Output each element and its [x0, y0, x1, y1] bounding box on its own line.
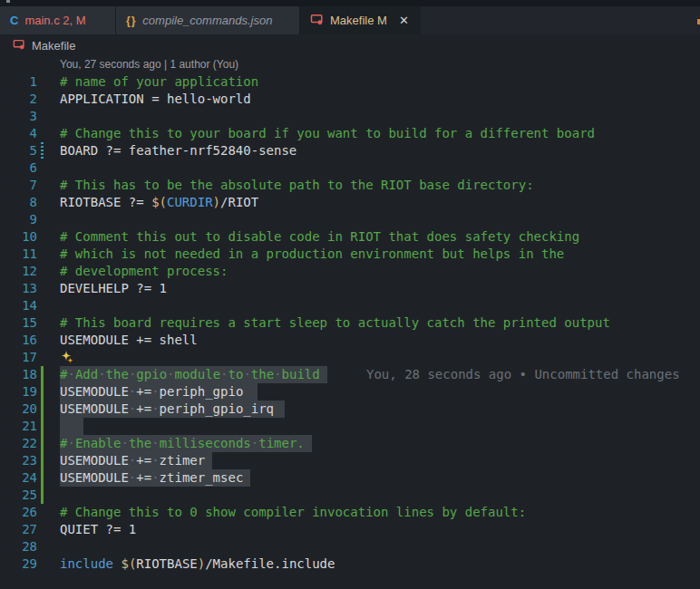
- line-number[interactable]: 2: [0, 91, 37, 108]
- code-line-24[interactable]: 24USEMODULE·+=·ztimer_msec: [0, 469, 700, 487]
- line-number[interactable]: 28: [0, 538, 37, 555]
- code-line-20[interactable]: 20USEMODULE·+=·periph_gpio_irq: [0, 401, 700, 418]
- code-text: # Change this to 0 show compiler invocat…: [60, 504, 526, 521]
- line-number[interactable]: 24: [0, 469, 37, 487]
- code-line-12[interactable]: 12# development process:: [0, 263, 700, 280]
- git-added-gutter-bar: [41, 401, 44, 418]
- line-number[interactable]: 13: [0, 280, 37, 297]
- code-line-29[interactable]: 29include $(RIOTBASE)/Makefile.include: [0, 555, 700, 573]
- editor-header: C main.c 2, M {} compile_commands.json: [0, 0, 700, 56]
- git-added-gutter-bar: [41, 366, 44, 383]
- line-number[interactable]: 1: [0, 73, 37, 91]
- code-line-13[interactable]: 13DEVELHELP ?= 1: [0, 280, 700, 297]
- tab-main-c[interactable]: C main.c 2, M: [0, 6, 116, 34]
- line-number[interactable]: 9: [0, 211, 37, 228]
- git-added-gutter-bar: [41, 487, 44, 504]
- tab-strip-empty-area: [421, 6, 700, 34]
- code-text: DEVELHELP ?= 1: [60, 280, 167, 297]
- line-number[interactable]: 29: [0, 555, 37, 573]
- code-line-19[interactable]: 19USEMODULE·+=·periph_gpio: [0, 383, 700, 401]
- code-text: USEMODULE·+=·periph_gpio: [60, 383, 258, 401]
- code-line-16[interactable]: 16USEMODULE += shell: [0, 332, 700, 349]
- makefile-icon: [13, 38, 25, 53]
- line-number[interactable]: 14: [0, 297, 37, 314]
- code-line-7[interactable]: 7# This has to be the absolute path to t…: [0, 177, 700, 194]
- line-number[interactable]: 27: [0, 521, 37, 538]
- line-number[interactable]: 15: [0, 314, 37, 332]
- line-number[interactable]: 5: [0, 142, 37, 159]
- code-text: # This has to be the absolute path to th…: [60, 177, 534, 194]
- line-number[interactable]: 20: [0, 401, 37, 418]
- code-text: # which is not needed in a production en…: [60, 246, 564, 263]
- git-added-gutter-bar: [41, 418, 44, 435]
- line-number[interactable]: 16: [0, 332, 37, 349]
- code-line-22[interactable]: 22#·Enable·the·milliseconds·timer.: [0, 435, 700, 452]
- code-text: QUIET ?= 1: [60, 521, 136, 538]
- line-number[interactable]: 4: [0, 125, 37, 142]
- line-number[interactable]: 25: [0, 487, 37, 504]
- codelens-blame-summary[interactable]: You, 27 seconds ago | 1 author (You): [0, 56, 700, 72]
- code-text: APPLICATION = hello-world: [60, 91, 251, 108]
- tab-label: Makefile M: [330, 14, 387, 27]
- line-number[interactable]: 22: [0, 435, 37, 452]
- breadcrumb[interactable]: Makefile: [0, 34, 700, 56]
- code-line-4[interactable]: 4# Change this to your board if you want…: [0, 125, 700, 142]
- code-text: # name of your application: [60, 73, 258, 91]
- line-number[interactable]: 23: [0, 452, 37, 469]
- top-edge-strip: [0, 0, 700, 6]
- line-number[interactable]: 6: [0, 159, 37, 177]
- code-text: # Change this to your board if you want …: [60, 125, 595, 142]
- tab-compile-commands-json[interactable]: {} compile_commands.json: [116, 6, 300, 34]
- code-line-18[interactable]: 18#·Add·the·gpio·module·to·the·buildYou,…: [0, 366, 700, 383]
- line-number[interactable]: 10: [0, 228, 37, 246]
- line-number[interactable]: 11: [0, 246, 37, 263]
- git-added-gutter-bar: [41, 383, 44, 401]
- gitlens-blame-annotation: You, 28 seconds ago • Uncommitted change…: [366, 366, 680, 383]
- line-number[interactable]: 26: [0, 504, 37, 521]
- code-line-9[interactable]: 9: [0, 211, 700, 228]
- line-number[interactable]: 8: [0, 194, 37, 211]
- code-text: USEMODULE·+=·ztimer_msec: [60, 469, 250, 487]
- code-line-25[interactable]: 25: [0, 487, 700, 504]
- code-text: include $(RIOTBASE)/Makefile.include: [60, 555, 335, 573]
- code-line-27[interactable]: 27QUIET ?= 1: [0, 521, 700, 538]
- line-number[interactable]: 19: [0, 383, 37, 401]
- tab-label: compile_commands.json: [142, 14, 272, 27]
- code-line-6[interactable]: 6: [0, 159, 700, 177]
- git-added-gutter-bar: [41, 435, 44, 452]
- code-line-3[interactable]: 3: [0, 108, 700, 125]
- line-number[interactable]: 12: [0, 263, 37, 280]
- editor[interactable]: 1# name of your application2APPLICATION …: [0, 73, 700, 573]
- line-number[interactable]: 17: [0, 349, 37, 366]
- makefile-icon: [310, 13, 324, 29]
- line-number[interactable]: 3: [0, 108, 37, 125]
- code-line-1[interactable]: 1# name of your application: [0, 73, 700, 91]
- tab-makefile[interactable]: Makefile M ✕: [300, 6, 421, 34]
- code-text: # Comment this out to disable code in RI…: [60, 228, 579, 246]
- code-line-21[interactable]: 21: [0, 418, 700, 435]
- code-text: # development process:: [60, 263, 228, 280]
- close-icon[interactable]: ✕: [397, 13, 411, 28]
- line-number[interactable]: 21: [0, 418, 37, 435]
- code-line-15[interactable]: 15# This board requires a start sleep to…: [0, 314, 700, 332]
- code-text: [60, 418, 83, 435]
- code-text: RIOTBASE ?= $(CURDIR)/RIOT: [60, 194, 258, 211]
- line-number[interactable]: 7: [0, 177, 37, 194]
- code-text: USEMODULE·+=·periph_gpio_irq: [60, 401, 285, 418]
- code-line-8[interactable]: 8RIOTBASE ?= $(CURDIR)/RIOT: [0, 194, 700, 211]
- code-line-26[interactable]: 26# Change this to 0 show compiler invoc…: [0, 504, 700, 521]
- code-line-28[interactable]: 28: [0, 538, 700, 555]
- code-line-14[interactable]: 14: [0, 297, 700, 314]
- json-braces-icon: {}: [126, 15, 136, 26]
- code-line-5[interactable]: 5BOARD ?= feather-nrf52840-sense: [0, 142, 700, 159]
- code-line-17[interactable]: 17: [0, 349, 700, 366]
- code-line-2[interactable]: 2APPLICATION = hello-world: [0, 91, 700, 108]
- code-line-11[interactable]: 11# which is not needed in a production …: [0, 246, 700, 263]
- code-text: USEMODULE·+=·ztimer: [60, 452, 212, 469]
- git-added-gutter-bar: [41, 469, 44, 487]
- line-number[interactable]: 18: [0, 366, 37, 383]
- code-line-23[interactable]: 23USEMODULE·+=·ztimer: [0, 452, 700, 469]
- code-line-10[interactable]: 10# Comment this out to disable code in …: [0, 228, 700, 246]
- tab-label: main.c 2, M: [24, 14, 85, 27]
- code-text: BOARD ?= feather-nrf52840-sense: [60, 142, 297, 159]
